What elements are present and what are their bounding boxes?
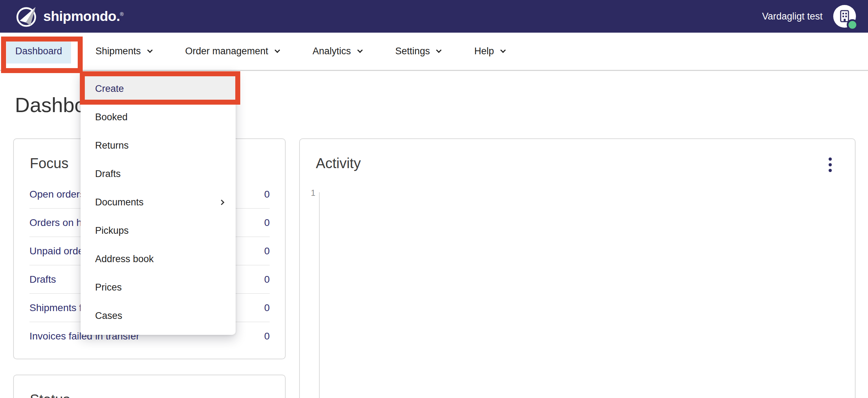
menu-item-label: Pickups [95, 225, 129, 236]
nav-item-label: Shipments [95, 46, 141, 57]
brand-wordmark: shipmondo.® [43, 9, 123, 24]
nav-item-label: Help [474, 46, 494, 57]
activity-card-title: Activity [316, 155, 361, 171]
menu-item-label: Prices [95, 282, 122, 293]
menu-item-label: Drafts [95, 168, 121, 179]
focus-row-value: 0 [264, 274, 270, 285]
nav-item-order-management[interactable]: Order management [176, 39, 288, 63]
menu-item-create[interactable]: Create [81, 74, 236, 103]
focus-row-value: 0 [264, 189, 270, 200]
focus-row-value: 0 [264, 217, 270, 228]
focus-row-label: Open orders [29, 189, 85, 200]
activity-card: Activity 1 [299, 138, 856, 398]
shipmondo-app: shipmondo.® Vardagligt test Dashboard Sh… [0, 0, 868, 398]
nav-item-label: Analytics [313, 46, 351, 57]
menu-item-documents[interactable]: Documents [81, 188, 236, 216]
nav-item-settings[interactable]: Settings [386, 39, 450, 63]
nav-item-dashboard[interactable]: Dashboard [6, 39, 71, 63]
kebab-menu-icon[interactable] [829, 157, 832, 172]
shipmondo-logo-icon [16, 5, 38, 27]
focus-row-value: 0 [264, 245, 270, 257]
menu-item-label: Documents [95, 197, 144, 208]
nav-item-analytics[interactable]: Analytics [304, 39, 371, 63]
menu-item-booked[interactable]: Booked [81, 103, 236, 131]
account-avatar[interactable] [833, 5, 856, 28]
shipments-dropdown-menu: Create Booked Returns Drafts Documents P… [81, 71, 236, 335]
main-nav: Dashboard Shipments Order management Ana… [0, 33, 868, 71]
menu-item-cases[interactable]: Cases [81, 302, 236, 330]
focus-row-value: 0 [264, 331, 270, 342]
menu-item-label: Create [95, 83, 124, 94]
account-name[interactable]: Vardagligt test [762, 11, 823, 22]
menu-item-label: Address book [95, 254, 154, 265]
nav-item-help[interactable]: Help [465, 39, 514, 63]
status-card-title: Status [30, 392, 70, 398]
top-bar: shipmondo.® Vardagligt test [0, 0, 868, 33]
y-axis-line [319, 192, 320, 398]
y-axis-tick-label: 1 [311, 188, 315, 198]
chevron-down-icon [275, 48, 280, 53]
nav-item-label: Settings [395, 46, 430, 57]
menu-item-label: Returns [95, 140, 129, 151]
chevron-down-icon [436, 48, 442, 53]
chevron-down-icon [147, 48, 153, 53]
online-status-dot [847, 19, 858, 31]
registered-mark: ® [120, 11, 123, 17]
menu-item-prices[interactable]: Prices [81, 273, 236, 302]
chevron-down-icon [357, 48, 363, 53]
menu-item-address-book[interactable]: Address book [81, 245, 236, 273]
menu-item-drafts[interactable]: Drafts [81, 160, 236, 188]
menu-item-pickups[interactable]: Pickups [81, 216, 236, 245]
focus-row-value: 0 [264, 302, 270, 314]
menu-item-label: Cases [95, 310, 122, 321]
nav-item-label: Dashboard [15, 46, 62, 57]
shipmondo-logo[interactable]: shipmondo.® [16, 5, 123, 27]
status-card: Status [13, 375, 286, 398]
menu-item-returns[interactable]: Returns [81, 131, 236, 160]
focus-row-label: Drafts [29, 274, 56, 285]
focus-card-title: Focus [30, 155, 68, 171]
menu-item-label: Booked [95, 112, 128, 123]
nav-item-label: Order management [185, 46, 268, 57]
chevron-right-icon [219, 199, 225, 205]
nav-item-shipments[interactable]: Shipments [87, 39, 161, 63]
chevron-down-icon [500, 48, 506, 53]
